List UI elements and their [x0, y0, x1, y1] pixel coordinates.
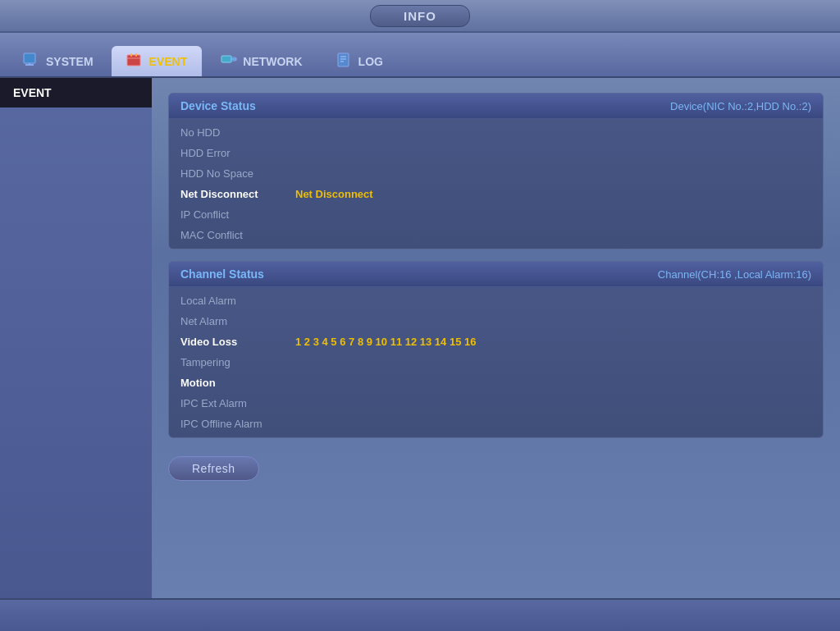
- top-bar: INFO: [0, 0, 840, 33]
- hdd-no-space-label: HDD No Space: [180, 167, 295, 180]
- tab-log-label: LOG: [358, 55, 383, 68]
- channel-row-local-alarm: Local Alarm: [169, 290, 823, 311]
- tampering-label: Tampering: [180, 356, 295, 368]
- device-status-panel: Device Status Device(NIC No.:2,HDD No.:2…: [168, 93, 824, 249]
- svg-rect-7: [221, 56, 231, 62]
- tab-network-label: NETWORK: [243, 55, 302, 68]
- sidebar-item-event[interactable]: EVENT: [0, 78, 152, 107]
- button-row: Refresh: [168, 450, 824, 484]
- log-icon: [336, 53, 354, 70]
- local-alarm-label: Local Alarm: [180, 295, 295, 307]
- tab-event[interactable]: EVENT: [112, 46, 203, 76]
- net-disconnect-label: Net Disconnect: [180, 188, 295, 200]
- net-alarm-label: Net Alarm: [180, 315, 295, 327]
- tab-system[interactable]: SYSTEM: [8, 46, 108, 76]
- svg-rect-10: [338, 53, 349, 66]
- refresh-button[interactable]: Refresh: [168, 456, 259, 481]
- sidebar-event-label: EVENT: [13, 86, 52, 99]
- network-icon: [220, 53, 238, 70]
- tab-log[interactable]: LOG: [321, 46, 398, 76]
- svg-rect-4: [130, 53, 132, 57]
- bottom-bar: [0, 598, 840, 631]
- device-row-hdd-error: HDD Error: [169, 143, 823, 163]
- channel-status-info: Channel(CH:16 ,Local Alarm:16): [658, 268, 811, 281]
- svg-rect-2: [29, 63, 30, 65]
- device-row-net-disconnect: Net Disconnect Net Disconnect: [169, 184, 823, 204]
- motion-label: Motion: [180, 377, 295, 389]
- channel-status-panel: Channel Status Channel(CH:16 ,Local Alar…: [168, 261, 824, 438]
- mac-conflict-label: MAC Conflict: [180, 229, 295, 241]
- channel-status-body: Local Alarm Net Alarm Video Loss 1 2 3 4…: [169, 287, 823, 437]
- device-row-hdd-no-space: HDD No Space: [169, 163, 823, 184]
- system-icon: [23, 53, 41, 70]
- video-loss-label: Video Loss: [180, 336, 295, 348]
- svg-rect-0: [24, 53, 35, 63]
- channel-status-header: Channel Status Channel(CH:16 ,Local Alar…: [169, 262, 823, 287]
- device-status-info: Device(NIC No.:2,HDD No.:2): [670, 100, 811, 112]
- device-status-header: Device Status Device(NIC No.:2,HDD No.:2…: [169, 94, 823, 119]
- page-title: INFO: [370, 5, 470, 27]
- tab-event-label: EVENT: [149, 55, 188, 68]
- channel-row-tampering: Tampering: [169, 352, 823, 373]
- channel-row-net-alarm: Net Alarm: [169, 311, 823, 332]
- content-area: Device Status Device(NIC No.:2,HDD No.:2…: [152, 78, 840, 598]
- ipc-ext-alarm-label: IPC Ext Alarm: [180, 397, 295, 409]
- tab-network[interactable]: NETWORK: [205, 46, 317, 76]
- device-row-no-hdd: No HDD: [169, 122, 823, 143]
- channel-row-ipc-offline-alarm: IPC Offline Alarm: [169, 414, 823, 434]
- main-layout: EVENT Device Status Device(NIC No.:2,HDD…: [0, 78, 840, 598]
- channel-row-motion: Motion: [169, 373, 823, 393]
- channel-row-video-loss: Video Loss 1 2 3 4 5 6 7 8 9 10 11 12 13…: [169, 332, 823, 352]
- svg-rect-3: [127, 55, 140, 66]
- video-loss-channels: 1 2 3 4 5 6 7 8 9 10 11 12 13 14 15 16: [295, 336, 476, 348]
- hdd-error-label: HDD Error: [180, 147, 295, 159]
- device-row-mac-conflict: MAC Conflict: [169, 225, 823, 245]
- device-status-body: No HDD HDD Error HDD No Space Net Discon…: [169, 119, 823, 249]
- sidebar: EVENT: [0, 78, 152, 598]
- tab-bar: SYSTEM EVENT NETWORK: [0, 33, 840, 78]
- ip-conflict-label: IP Conflict: [180, 208, 295, 221]
- tab-system-label: SYSTEM: [46, 55, 94, 68]
- channel-row-ipc-ext-alarm: IPC Ext Alarm: [169, 393, 823, 414]
- ipc-offline-alarm-label: IPC Offline Alarm: [180, 418, 295, 430]
- no-hdd-label: No HDD: [180, 126, 295, 139]
- svg-rect-5: [135, 53, 137, 57]
- channel-status-title: Channel Status: [180, 267, 264, 281]
- device-row-ip-conflict: IP Conflict: [169, 204, 823, 225]
- net-disconnect-value: Net Disconnect: [295, 188, 373, 200]
- device-status-title: Device Status: [180, 99, 256, 112]
- event-icon: [126, 53, 144, 70]
